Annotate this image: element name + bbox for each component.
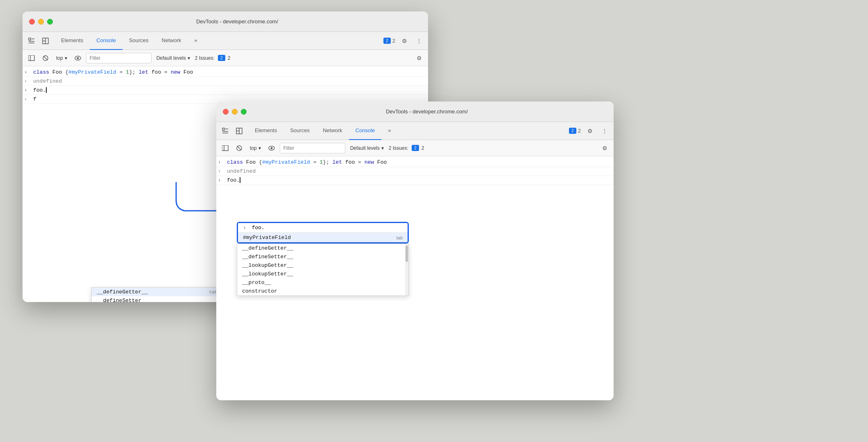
output-f-1: f [33,96,36,102]
svg-rect-14 [222,128,224,130]
ac2-item-3[interactable]: __lookupSetter__ [237,270,408,278]
output-undefined-2: undefined [227,168,256,174]
tab-more-2[interactable]: » [381,122,397,140]
code-text-w2-1: class Foo {#myPrivateField = 1}; let foo… [227,159,387,165]
svg-point-26 [270,147,272,149]
sidebar-toggle-btn-2[interactable] [220,142,231,154]
svg-line-24 [237,146,241,150]
ac2-item-1[interactable]: __defineSetter__ [237,253,408,261]
tab-elements-1[interactable]: Elements [54,32,90,50]
settings-icon-2[interactable]: ⚙ [584,125,596,137]
sidebar-toggle-btn-1[interactable] [26,52,37,64]
code-text-w2-3: foo. [227,177,240,183]
window-title-2: DevTools - developer.chrome.com/ [247,108,607,115]
line-prefix-3: › [24,87,31,93]
layout-icon[interactable] [40,35,51,47]
eye-btn-1[interactable] [72,52,84,64]
line-prefix-w2-1: › [218,159,224,165]
console-line-w2-3: › foo. [216,176,614,185]
svg-line-10 [43,56,48,60]
maximize-button-1[interactable] [47,19,53,25]
filter-input-1[interactable] [86,53,152,63]
ac2-item-4[interactable]: __proto__ [237,278,408,287]
line-prefix-1: › [24,69,31,75]
selector-icon-2[interactable] [220,125,231,137]
tab-bar-1: Elements Console Sources Network » 2 2 ⚙… [23,32,428,50]
issues-tab-btn-1[interactable]: 2 2 [383,38,395,44]
autocomplete-scrollbar-2[interactable] [405,244,408,295]
tab-elements-2[interactable]: Elements [248,122,283,140]
settings-icon-1[interactable]: ⚙ [399,35,410,47]
clear-console-btn-2[interactable] [233,142,245,154]
more-icon-2[interactable]: ⋮ [599,125,610,137]
autocomplete-item-0[interactable]: __defineGetter__ tab [92,288,222,296]
issues-badge-icon-2: 2 [569,128,576,134]
layout-icon-2[interactable] [233,125,245,137]
tab-console-1[interactable]: Console [90,32,122,50]
minimize-button-2[interactable] [232,109,238,115]
issues-btn-1[interactable]: 2 Issues: 2 2 [195,55,231,61]
console-settings-btn-1[interactable]: ⚙ [413,52,425,64]
tab-bar-icons-2 [220,125,245,137]
chevron-down-icon-3: ▾ [258,145,261,151]
issues-count-badge-2: 2 [412,145,419,151]
svg-rect-21 [222,145,228,151]
issues-btn-2[interactable]: 2 Issues: 2 2 [389,145,424,151]
tab-bar-right-1: 2 2 ⚙ ⋮ [383,35,425,47]
autocomplete-item-1[interactable]: __defineSetter__ [92,296,222,302]
console-toolbar-2: top ▾ Default levels ▾ 2 Issues: 2 2 ⚙ [216,140,614,156]
context-selector-2[interactable]: top ▾ [247,144,263,152]
chevron-down-icon-4: ▾ [381,145,384,151]
chevron-down-icon: ▾ [65,55,67,61]
tab-bar-icons-1 [26,35,51,47]
default-levels-btn-2[interactable]: Default levels ▾ [348,144,386,152]
minimize-button-1[interactable] [38,19,44,25]
svg-rect-0 [29,38,31,40]
tab-sources-1[interactable]: Sources [122,32,155,50]
more-icon-1[interactable]: ⋮ [413,35,425,47]
tab-more-1[interactable]: » [188,32,204,50]
default-levels-btn-1[interactable]: Default levels ▾ [154,54,193,62]
tab-network-2[interactable]: Network [316,122,349,140]
ac2-item-2[interactable]: __lookupGetter__ [237,261,408,270]
selector-icon[interactable] [26,35,37,47]
ac2-item-5[interactable]: constructor [237,287,408,295]
eye-btn-2[interactable] [266,142,277,154]
svg-point-12 [77,57,79,59]
close-button-2[interactable] [223,109,229,115]
console-line-2: ‹ undefined [23,77,428,86]
foo-dot-text: foo. [252,225,265,231]
chevron-down-icon-2: ▾ [188,55,190,61]
console-output-2: › class Foo {#myPrivateField = 1}; let f… [216,156,614,222]
line-prefix-4: ‹ [24,96,31,102]
traffic-lights-2 [223,109,247,115]
tab-hint-private: tab [397,235,403,240]
console-line-w2-1: › class Foo {#myPrivateField = 1}; let f… [216,158,614,167]
console-settings-btn-2[interactable]: ⚙ [599,142,610,154]
filter-input-2[interactable] [280,143,345,153]
autocomplete-private-field[interactable]: #myPrivateField tab [238,233,408,242]
tab-bar-2: Elements Sources Network Console » 2 2 ⚙… [216,122,614,140]
private-field-name: #myPrivateField [243,235,291,241]
traffic-lights-1 [29,19,53,25]
maximize-button-2[interactable] [241,109,247,115]
autocomplete-rest-2[interactable]: __defineGetter__ __defineSetter__ __look… [237,244,409,296]
issues-badge-icon-1: 2 [383,38,391,44]
context-selector-1[interactable]: top ▾ [54,54,70,62]
titlebar-1: DevTools - developer.chrome.com/ [23,11,428,32]
console-line-w2-2: ‹ undefined [216,167,614,176]
foo-input-line[interactable]: › foo. [238,223,408,233]
console-line-3: › foo. [23,86,428,95]
output-undefined-1: undefined [33,78,62,84]
close-button-1[interactable] [29,19,35,25]
issues-count-badge-1: 2 [218,55,225,61]
tab-sources-2[interactable]: Sources [283,122,316,140]
issues-tab-btn-2[interactable]: 2 2 [569,128,581,134]
tab-console-2[interactable]: Console [349,122,382,140]
tab-bar-right-2: 2 2 ⚙ ⋮ [569,125,610,137]
line-prefix-w2-3: › [218,177,224,183]
tab-network-1[interactable]: Network [155,32,188,50]
clear-console-btn-1[interactable] [40,52,51,64]
ac2-item-0[interactable]: __defineGetter__ [237,244,408,253]
autocomplete-1[interactable]: __defineGetter__ tab __defineSetter__ __… [91,287,222,302]
